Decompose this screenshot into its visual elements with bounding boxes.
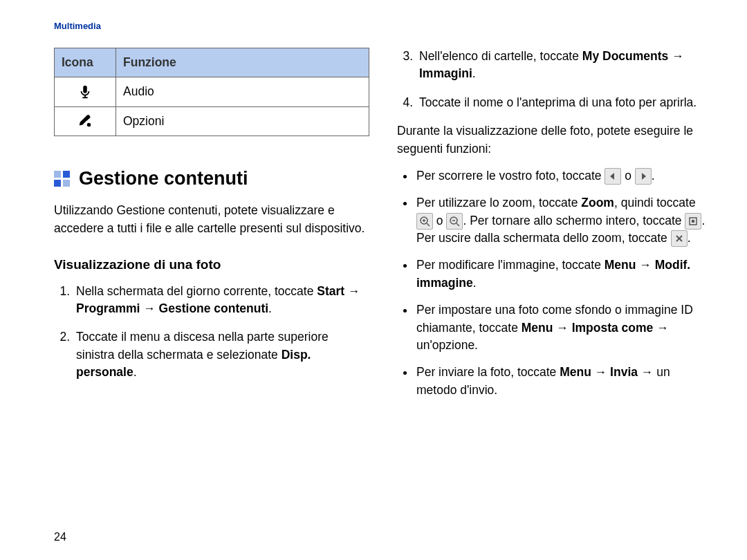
bullet-text: . xyxy=(473,276,477,290)
list-item: Per scorrere le vostro foto, toccate o . xyxy=(415,167,712,185)
tools-icon xyxy=(77,113,93,129)
step-text: Nell'elenco di cartelle, toccate xyxy=(419,49,582,63)
page-title-text: Gestione contenuti xyxy=(79,165,248,192)
bullet-text: o xyxy=(433,214,446,227)
left-column: Icona Funzione Audio xyxy=(54,48,369,409)
bullet-text: , quindi toccate xyxy=(614,196,696,209)
svg-rect-8 xyxy=(63,180,70,187)
right-column: Nell'elenco di cartelle, toccate My Docu… xyxy=(397,48,712,409)
section-label: Multimedia xyxy=(54,21,712,31)
list-item: Nella schermata del giorno corrente, toc… xyxy=(73,283,369,318)
list-item: Per utilizzare lo zoom, toccate Zoom, qu… xyxy=(415,194,712,247)
bullet-text: Per modificare l'immagine, toccate xyxy=(416,258,605,272)
svg-rect-0 xyxy=(83,86,87,93)
svg-line-16 xyxy=(456,223,459,226)
step-text-end: . xyxy=(133,365,137,379)
during-paragraph: Durante la visualizzazione delle foto, p… xyxy=(397,122,712,158)
bullet-text: un'opzione. xyxy=(416,338,478,352)
page-number: 24 xyxy=(54,531,66,543)
bullet-text: Per inviare la foto, toccate xyxy=(416,365,560,379)
audio-icon-cell xyxy=(55,77,116,106)
bullet-bold: Menu → Imposta come → xyxy=(522,321,669,335)
intro-paragraph: Utilizzando Gestione contenuti, potete v… xyxy=(54,202,369,237)
table-cell-function: Audio xyxy=(116,77,369,106)
step-text-end: . xyxy=(472,66,476,80)
table-header-icon: Icona xyxy=(55,48,116,77)
svg-line-12 xyxy=(427,223,430,226)
zoom-in-icon xyxy=(416,213,433,230)
bullet-bold: Zoom xyxy=(581,196,614,209)
list-item: Per impostare una foto come sfondo o imm… xyxy=(415,301,712,354)
bullet-text: Per scorrere le vostro foto, toccate xyxy=(416,169,605,183)
list-item: Nell'elenco di cartelle, toccate My Docu… xyxy=(416,48,712,83)
list-item: Toccate il nome o l'anteprima di una fot… xyxy=(416,94,712,111)
svg-rect-6 xyxy=(63,171,70,178)
svg-rect-5 xyxy=(54,171,61,178)
microphone-icon xyxy=(77,84,93,100)
title-bullet-icon xyxy=(54,171,71,187)
svg-rect-19 xyxy=(692,220,694,223)
table-header-function: Funzione xyxy=(116,48,369,77)
table-row: Opzioni xyxy=(55,106,369,136)
bullet-bold: Menu → Invia → xyxy=(560,365,656,379)
subtitle: Visualizzazione di una foto xyxy=(54,255,369,274)
list-item: Toccate il menu a discesa nella parte su… xyxy=(73,328,369,381)
zoom-out-icon xyxy=(446,213,463,230)
svg-marker-10 xyxy=(642,173,646,180)
svg-point-3 xyxy=(87,123,91,127)
table-cell-function: Opzioni xyxy=(116,106,369,136)
table-row: Audio xyxy=(55,77,369,106)
arrow-left-icon xyxy=(605,168,621,185)
svg-marker-9 xyxy=(610,173,614,180)
bullet-text: Per utilizzare lo zoom, toccate xyxy=(416,196,581,209)
bullet-text: . xyxy=(688,231,691,245)
close-icon xyxy=(671,230,688,247)
bullet-text: . xyxy=(652,169,655,183)
step-text-end: . xyxy=(268,301,272,315)
fullscreen-icon xyxy=(685,213,701,230)
options-icon-cell xyxy=(55,106,116,136)
svg-rect-7 xyxy=(54,180,61,187)
page-title: Gestione contenuti xyxy=(54,165,369,192)
list-item: Per inviare la foto, toccate Menu → Invi… xyxy=(415,364,712,399)
bullet-text: . Per tornare allo schermo intero, tocca… xyxy=(463,214,685,227)
list-item: Per modificare l'immagine, toccate Menu … xyxy=(415,256,712,292)
bullet-text: o xyxy=(621,169,634,183)
icon-function-table: Icona Funzione Audio xyxy=(54,48,369,136)
arrow-right-icon xyxy=(635,168,652,185)
step-text: Nella schermata del giorno corrente, toc… xyxy=(76,284,317,298)
